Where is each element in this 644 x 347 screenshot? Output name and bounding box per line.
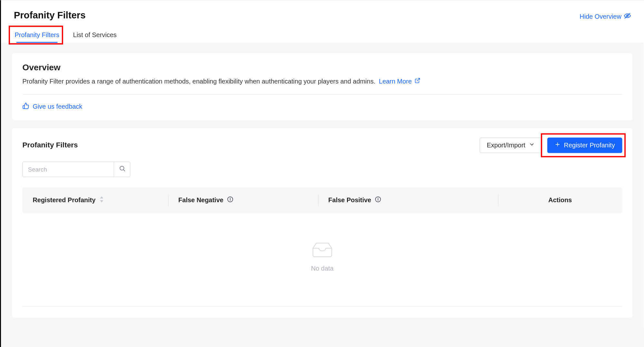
hide-overview-label: Hide Overview — [580, 13, 621, 20]
tab-list-of-services[interactable]: List of Services — [72, 29, 118, 43]
svg-marker-7 — [100, 196, 103, 199]
learn-more-link[interactable]: Learn More — [379, 77, 420, 86]
feedback-link[interactable]: Give us feedback — [23, 102, 82, 110]
filters-section-title: Profanity Filters — [23, 141, 78, 150]
tab-profanity-filters[interactable]: Profanity Filters — [14, 29, 60, 43]
content-area: Overview Profanity Filter provides a ran… — [1, 43, 644, 347]
export-import-button[interactable]: Export/Import — [479, 137, 542, 153]
search-button[interactable] — [114, 162, 130, 176]
sort-icon — [99, 196, 104, 204]
page-title: Profanity Filters — [14, 10, 86, 21]
filters-card: Profanity Filters Export/Import Register… — [12, 128, 633, 318]
search-icon — [119, 165, 125, 173]
col-registered-profanity[interactable]: Registered Profanity — [23, 187, 168, 213]
overview-card: Overview Profanity Filter provides a ran… — [12, 53, 633, 120]
thumbs-up-icon — [23, 102, 29, 110]
info-icon[interactable] — [227, 196, 234, 204]
overview-title: Overview — [23, 63, 622, 73]
col-false-positive: False Positive — [318, 187, 498, 213]
inbox-icon — [310, 239, 334, 258]
no-data-text: No data — [23, 264, 622, 272]
chevron-down-icon — [529, 141, 535, 149]
external-link-icon — [414, 77, 420, 86]
no-data-state: No data — [23, 213, 622, 298]
svg-point-5 — [120, 166, 124, 170]
profanity-table: Registered Profanity False Negative Fals… — [23, 187, 622, 306]
register-profanity-button[interactable]: Register Profanity — [547, 137, 622, 153]
col-false-negative: False Negative — [168, 187, 318, 213]
svg-line-2 — [417, 78, 420, 81]
col-actions: Actions — [498, 187, 622, 213]
svg-point-11 — [230, 198, 230, 198]
overview-description: Profanity Filter provides a range of aut… — [23, 77, 622, 86]
table-header: Registered Profanity False Negative Fals… — [23, 187, 622, 213]
tabs: Profanity Filters List of Services — [1, 29, 644, 43]
info-icon[interactable] — [375, 196, 381, 204]
svg-line-6 — [123, 170, 125, 171]
eye-off-icon — [624, 12, 631, 20]
search-wrap — [23, 161, 130, 177]
search-input[interactable] — [23, 162, 114, 176]
plus-icon — [554, 141, 561, 149]
hide-overview-link[interactable]: Hide Overview — [580, 12, 631, 20]
svg-marker-8 — [100, 200, 103, 203]
svg-point-14 — [378, 198, 378, 198]
